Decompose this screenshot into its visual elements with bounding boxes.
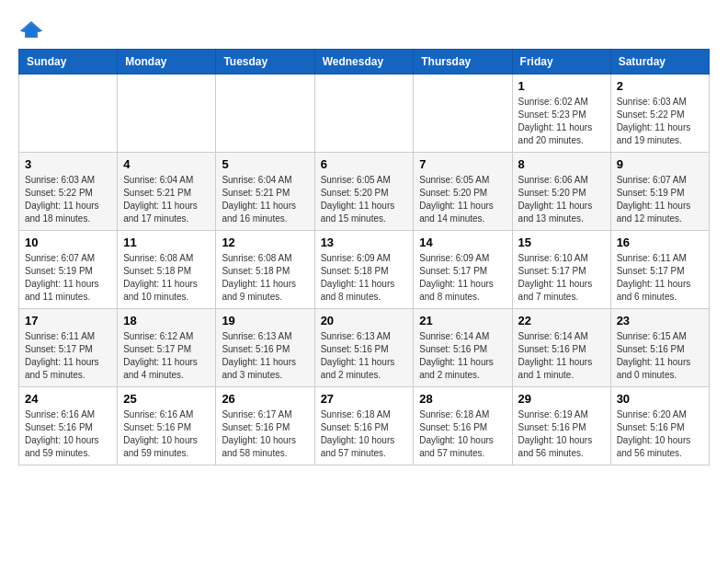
calendar-cell: 2Sunrise: 6:03 AM Sunset: 5:22 PM Daylig…: [610, 75, 709, 153]
day-number: 23: [617, 314, 703, 327]
day-info: Sunrise: 6:05 AM Sunset: 5:20 PM Dayligh…: [321, 174, 408, 225]
day-info: Sunrise: 6:10 AM Sunset: 5:17 PM Dayligh…: [518, 252, 605, 304]
day-info: Sunrise: 6:02 AM Sunset: 5:23 PM Dayligh…: [518, 96, 605, 147]
day-number: 5: [222, 157, 308, 171]
day-info: Sunrise: 6:08 AM Sunset: 5:18 PM Dayligh…: [222, 252, 308, 304]
calendar-cell: 14Sunrise: 6:09 AM Sunset: 5:17 PM Dayli…: [414, 231, 512, 309]
day-number: 9: [617, 157, 703, 171]
calendar-cell: 26Sunrise: 6:17 AM Sunset: 5:16 PM Dayli…: [216, 387, 314, 465]
calendar-cell: [216, 75, 314, 153]
day-number: 13: [321, 236, 408, 249]
calendar-week-2: 3Sunrise: 6:03 AM Sunset: 5:22 PM Daylig…: [19, 153, 710, 231]
calendar-cell: 16Sunrise: 6:11 AM Sunset: 5:17 PM Dayli…: [610, 231, 709, 309]
day-number: 10: [25, 236, 111, 249]
logo: [18, 18, 48, 40]
day-info: Sunrise: 6:03 AM Sunset: 5:22 PM Dayligh…: [25, 174, 111, 225]
day-header-sunday: Sunday: [19, 50, 118, 75]
day-number: 8: [518, 157, 605, 171]
calendar-cell: 25Sunrise: 6:16 AM Sunset: 5:16 PM Dayli…: [118, 387, 216, 465]
day-info: Sunrise: 6:20 AM Sunset: 5:16 PM Dayligh…: [617, 408, 703, 460]
day-info: Sunrise: 6:17 AM Sunset: 5:16 PM Dayligh…: [222, 408, 308, 460]
calendar-cell: 29Sunrise: 6:19 AM Sunset: 5:16 PM Dayli…: [512, 387, 610, 465]
calendar-cell: [118, 75, 216, 153]
day-number: 7: [419, 157, 506, 171]
day-number: 1: [518, 79, 605, 93]
day-number: 4: [123, 157, 210, 171]
day-info: Sunrise: 6:11 AM Sunset: 5:17 PM Dayligh…: [617, 252, 703, 304]
day-number: 14: [419, 236, 506, 249]
day-number: 21: [419, 314, 506, 327]
calendar-cell: 19Sunrise: 6:13 AM Sunset: 5:16 PM Dayli…: [216, 309, 314, 387]
day-info: Sunrise: 6:03 AM Sunset: 5:22 PM Dayligh…: [617, 96, 703, 147]
calendar-cell: 6Sunrise: 6:05 AM Sunset: 5:20 PM Daylig…: [314, 153, 414, 231]
day-info: Sunrise: 6:12 AM Sunset: 5:17 PM Dayligh…: [123, 330, 210, 382]
day-number: 15: [518, 236, 605, 249]
day-number: 25: [123, 392, 210, 406]
day-info: Sunrise: 6:05 AM Sunset: 5:20 PM Dayligh…: [419, 174, 506, 225]
day-header-wednesday: Wednesday: [314, 50, 414, 75]
day-number: 22: [518, 314, 605, 327]
day-info: Sunrise: 6:04 AM Sunset: 5:21 PM Dayligh…: [123, 174, 210, 225]
day-info: Sunrise: 6:07 AM Sunset: 5:19 PM Dayligh…: [617, 174, 703, 225]
calendar-cell: 17Sunrise: 6:11 AM Sunset: 5:17 PM Dayli…: [19, 309, 118, 387]
calendar-cell: 3Sunrise: 6:03 AM Sunset: 5:22 PM Daylig…: [19, 153, 118, 231]
calendar-cell: 18Sunrise: 6:12 AM Sunset: 5:17 PM Dayli…: [118, 309, 216, 387]
calendar-week-4: 17Sunrise: 6:11 AM Sunset: 5:17 PM Dayli…: [19, 309, 710, 387]
calendar-cell: 13Sunrise: 6:09 AM Sunset: 5:18 PM Dayli…: [314, 231, 414, 309]
day-info: Sunrise: 6:06 AM Sunset: 5:20 PM Dayligh…: [518, 174, 605, 225]
calendar-cell: 8Sunrise: 6:06 AM Sunset: 5:20 PM Daylig…: [512, 153, 610, 231]
day-info: Sunrise: 6:09 AM Sunset: 5:17 PM Dayligh…: [419, 252, 506, 304]
calendar-cell: 24Sunrise: 6:16 AM Sunset: 5:16 PM Dayli…: [19, 387, 118, 465]
calendar-cell: [414, 75, 512, 153]
calendar-week-1: 1Sunrise: 6:02 AM Sunset: 5:23 PM Daylig…: [19, 75, 710, 153]
logo-icon: [18, 19, 44, 40]
day-number: 19: [222, 314, 308, 327]
svg-marker-1: [22, 23, 41, 36]
day-info: Sunrise: 6:14 AM Sunset: 5:16 PM Dayligh…: [518, 330, 605, 382]
calendar-cell: 30Sunrise: 6:20 AM Sunset: 5:16 PM Dayli…: [610, 387, 709, 465]
day-info: Sunrise: 6:19 AM Sunset: 5:16 PM Dayligh…: [518, 408, 605, 460]
calendar-cell: 10Sunrise: 6:07 AM Sunset: 5:19 PM Dayli…: [19, 231, 118, 309]
day-number: 27: [321, 392, 408, 406]
day-number: 29: [518, 392, 605, 406]
day-number: 30: [617, 392, 703, 406]
day-number: 6: [321, 157, 408, 171]
day-header-friday: Friday: [512, 50, 610, 75]
day-info: Sunrise: 6:15 AM Sunset: 5:16 PM Dayligh…: [617, 330, 703, 382]
day-number: 20: [321, 314, 408, 327]
page-header: [18, 18, 710, 40]
day-info: Sunrise: 6:07 AM Sunset: 5:19 PM Dayligh…: [25, 252, 111, 304]
day-info: Sunrise: 6:11 AM Sunset: 5:17 PM Dayligh…: [25, 330, 111, 382]
calendar-cell: 27Sunrise: 6:18 AM Sunset: 5:16 PM Dayli…: [314, 387, 414, 465]
day-info: Sunrise: 6:08 AM Sunset: 5:18 PM Dayligh…: [123, 252, 210, 304]
day-info: Sunrise: 6:16 AM Sunset: 5:16 PM Dayligh…: [25, 408, 111, 460]
calendar-table: SundayMondayTuesdayWednesdayThursdayFrid…: [18, 49, 710, 465]
day-info: Sunrise: 6:09 AM Sunset: 5:18 PM Dayligh…: [321, 252, 408, 304]
day-info: Sunrise: 6:16 AM Sunset: 5:16 PM Dayligh…: [123, 408, 210, 460]
day-info: Sunrise: 6:13 AM Sunset: 5:16 PM Dayligh…: [222, 330, 308, 382]
day-header-saturday: Saturday: [610, 50, 709, 75]
calendar-cell: 21Sunrise: 6:14 AM Sunset: 5:16 PM Dayli…: [414, 309, 512, 387]
day-number: 26: [222, 392, 308, 406]
calendar-cell: 12Sunrise: 6:08 AM Sunset: 5:18 PM Dayli…: [216, 231, 314, 309]
day-number: 17: [25, 314, 111, 327]
calendar-cell: 5Sunrise: 6:04 AM Sunset: 5:21 PM Daylig…: [216, 153, 314, 231]
calendar-cell: 11Sunrise: 6:08 AM Sunset: 5:18 PM Dayli…: [118, 231, 216, 309]
calendar-cell: 28Sunrise: 6:18 AM Sunset: 5:16 PM Dayli…: [414, 387, 512, 465]
day-number: 2: [617, 79, 703, 93]
day-number: 24: [25, 392, 111, 406]
calendar-cell: 15Sunrise: 6:10 AM Sunset: 5:17 PM Dayli…: [512, 231, 610, 309]
calendar-cell: 7Sunrise: 6:05 AM Sunset: 5:20 PM Daylig…: [414, 153, 512, 231]
day-number: 12: [222, 236, 308, 249]
calendar-cell: 1Sunrise: 6:02 AM Sunset: 5:23 PM Daylig…: [512, 75, 610, 153]
day-info: Sunrise: 6:04 AM Sunset: 5:21 PM Dayligh…: [222, 174, 308, 225]
day-number: 28: [419, 392, 506, 406]
calendar-cell: 4Sunrise: 6:04 AM Sunset: 5:21 PM Daylig…: [118, 153, 216, 231]
day-header-thursday: Thursday: [414, 50, 512, 75]
day-number: 11: [123, 236, 210, 249]
day-info: Sunrise: 6:18 AM Sunset: 5:16 PM Dayligh…: [419, 408, 506, 460]
calendar-cell: [314, 75, 414, 153]
calendar-cell: 9Sunrise: 6:07 AM Sunset: 5:19 PM Daylig…: [610, 153, 709, 231]
day-info: Sunrise: 6:14 AM Sunset: 5:16 PM Dayligh…: [419, 330, 506, 382]
calendar-cell: 20Sunrise: 6:13 AM Sunset: 5:16 PM Dayli…: [314, 309, 414, 387]
